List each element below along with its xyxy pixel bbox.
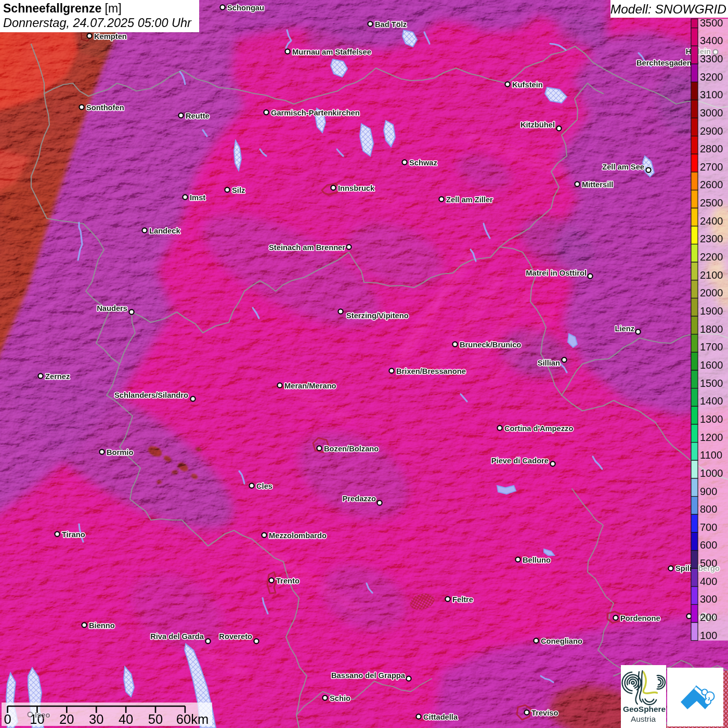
svg-text:Matrei in Osttirol: Matrei in Osttirol — [526, 269, 587, 277]
svg-text:500: 500 — [700, 557, 717, 569]
svg-text:3000: 3000 — [700, 107, 723, 119]
svg-text:300: 300 — [700, 593, 717, 605]
svg-text:3300: 3300 — [700, 53, 723, 64]
svg-text:Feltre: Feltre — [452, 595, 473, 604]
svg-text:Berchtesgaden: Berchtesgaden — [636, 59, 692, 67]
svg-text:Cortina d'Ampezzo: Cortina d'Ampezzo — [504, 424, 573, 433]
svg-text:60km: 60km — [176, 712, 209, 726]
svg-text:2000: 2000 — [700, 287, 723, 298]
svg-text:3400: 3400 — [700, 35, 723, 46]
svg-text:Meran/Merano: Meran/Merano — [284, 382, 336, 390]
svg-text:30: 30 — [89, 712, 103, 726]
svg-text:Iseo: Iseo — [35, 711, 50, 719]
svg-text:Lienz: Lienz — [615, 324, 634, 333]
svg-text:Riva del Garda: Riva del Garda — [150, 632, 204, 641]
svg-text:700: 700 — [700, 522, 717, 533]
svg-text:Kitzbühel: Kitzbühel — [521, 121, 555, 129]
svg-text:2500: 2500 — [700, 197, 723, 209]
svg-text:Bad Tölz: Bad Tölz — [375, 20, 407, 29]
svg-text:Schio: Schio — [330, 694, 350, 703]
svg-text:Conegliano: Conegliano — [541, 637, 582, 645]
svg-text:Zell am See: Zell am See — [602, 163, 644, 171]
svg-text:Belluno: Belluno — [523, 556, 551, 564]
svg-text:Schlanders/Silandro: Schlanders/Silandro — [114, 391, 188, 399]
svg-text:Pordenone: Pordenone — [620, 614, 660, 622]
svg-text:1700: 1700 — [700, 341, 723, 353]
svg-text:1300: 1300 — [700, 413, 723, 425]
svg-text:100: 100 — [700, 630, 717, 641]
svg-text:1900: 1900 — [700, 305, 723, 317]
svg-text:Innsbruck: Innsbruck — [338, 184, 375, 192]
svg-text:900: 900 — [700, 486, 717, 497]
svg-text:Tirano: Tirano — [62, 530, 85, 539]
svg-text:Cittadella: Cittadella — [423, 713, 458, 721]
svg-text:Austria: Austria — [631, 714, 656, 723]
svg-text:Bassano del Grappa: Bassano del Grappa — [331, 671, 406, 680]
svg-text:Schongau: Schongau — [227, 4, 264, 12]
svg-text:GeoSphere: GeoSphere — [623, 705, 666, 713]
svg-text:3500: 3500 — [700, 17, 723, 29]
svg-text:Landeck: Landeck — [149, 227, 180, 235]
svg-text:Bozen/Bolzano: Bozen/Bolzano — [324, 445, 379, 453]
svg-text:Bormio: Bormio — [107, 448, 133, 457]
svg-text:Sillian: Sillian — [538, 359, 560, 367]
svg-text:Murnau am Staffelsee: Murnau am Staffelsee — [292, 48, 371, 56]
svg-text:400: 400 — [700, 576, 717, 587]
svg-text:Reutte: Reutte — [186, 112, 210, 120]
svg-text:Silz: Silz — [232, 186, 245, 194]
svg-text:600: 600 — [700, 539, 717, 551]
svg-text:Rovereto: Rovereto — [219, 632, 252, 641]
svg-text:0: 0 — [4, 712, 11, 726]
svg-text:Donnerstag, 24.07.2025 05:00 U: Donnerstag, 24.07.2025 05:00 Uhr — [3, 16, 192, 30]
svg-text:2600: 2600 — [700, 179, 723, 190]
svg-text:2400: 2400 — [700, 215, 723, 227]
svg-text:Sonthofen: Sonthofen — [86, 103, 124, 112]
svg-text:Kempten: Kempten — [94, 32, 127, 41]
svg-text:50: 50 — [148, 712, 163, 726]
svg-text:Steinach am Brenner: Steinach am Brenner — [269, 243, 345, 252]
svg-text:2700: 2700 — [700, 161, 723, 173]
svg-text:Garmisch-Partenkirchen: Garmisch-Partenkirchen — [271, 109, 360, 117]
svg-text:Imst: Imst — [190, 193, 205, 202]
svg-text:Sterzing/Vipiteno: Sterzing/Vipiteno — [346, 311, 409, 320]
svg-text:1800: 1800 — [700, 323, 723, 335]
svg-text:40: 40 — [119, 712, 133, 726]
svg-text:2300: 2300 — [700, 233, 723, 244]
svg-text:Mittersill: Mittersill — [582, 180, 613, 189]
svg-text:Nauders: Nauders — [97, 304, 127, 313]
svg-text:Schwaz: Schwaz — [409, 159, 437, 167]
svg-text:1200: 1200 — [700, 432, 723, 443]
svg-text:Trento: Trento — [276, 577, 300, 585]
svg-text:Schneefallgrenze [m]: Schneefallgrenze [m] — [3, 2, 122, 15]
svg-text:1100: 1100 — [700, 449, 722, 461]
svg-text:20: 20 — [59, 712, 74, 726]
svg-text:1400: 1400 — [700, 395, 723, 407]
svg-text:2100: 2100 — [700, 269, 723, 281]
svg-text:3200: 3200 — [700, 71, 723, 83]
svg-text:1000: 1000 — [700, 467, 723, 479]
svg-text:2200: 2200 — [700, 251, 723, 263]
svg-text:200: 200 — [700, 612, 717, 623]
svg-text:Kufstein: Kufstein — [512, 81, 543, 89]
svg-text:Mezzolombardo: Mezzolombardo — [269, 531, 327, 540]
svg-text:Cles: Cles — [256, 482, 272, 490]
svg-text:Bruneck/Brunico: Bruneck/Brunico — [460, 341, 521, 349]
svg-text:2900: 2900 — [700, 125, 723, 137]
svg-text:Zell am Ziller: Zell am Ziller — [446, 196, 493, 204]
svg-text:2800: 2800 — [700, 143, 723, 154]
svg-text:Pieve di Cadore: Pieve di Cadore — [491, 457, 549, 465]
svg-text:800: 800 — [700, 503, 717, 515]
svg-text:1600: 1600 — [700, 359, 723, 371]
svg-text:Treviso: Treviso — [531, 709, 558, 717]
svg-text:Brixen/Bressanone: Brixen/Bressanone — [396, 367, 466, 375]
svg-text:Modell: SNOWGRID: Modell: SNOWGRID — [610, 2, 726, 16]
svg-text:3100: 3100 — [700, 89, 723, 100]
svg-text:1500: 1500 — [700, 378, 723, 389]
svg-text:Bienno: Bienno — [89, 621, 115, 630]
svg-text:Zernez: Zernez — [45, 372, 70, 381]
svg-text:Predazzo: Predazzo — [343, 495, 376, 503]
